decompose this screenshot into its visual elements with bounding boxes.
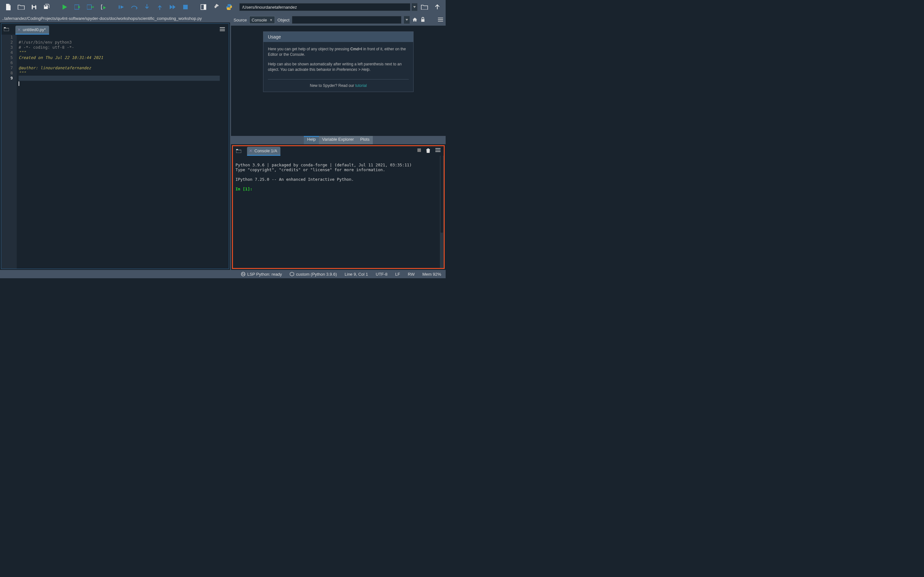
debug-icon[interactable] <box>115 1 127 13</box>
open-file-icon[interactable] <box>15 1 27 13</box>
console-close-tab-icon[interactable]: ✕ <box>249 148 252 153</box>
home-icon[interactable] <box>412 17 417 23</box>
svg-rect-2 <box>45 5 47 6</box>
editor-tab-label: untitled0.py* <box>23 27 46 32</box>
source-label: Source <box>234 18 247 23</box>
console-stop-icon[interactable] <box>417 148 421 154</box>
tutorial-link[interactable]: tutorial <box>355 83 367 88</box>
status-bar: LSP Python: ready custom (Python 3.9.6) … <box>0 270 446 278</box>
text-cursor <box>19 81 19 86</box>
console-prompt: In [1]: <box>236 187 252 191</box>
status-eol[interactable]: LF <box>395 272 400 277</box>
ipython-console-pane: ✕ Console 1/A Python 3.9.6 | packaged by… <box>232 145 445 269</box>
browse-dir-icon[interactable] <box>419 1 430 13</box>
debug-step-over-icon[interactable] <box>128 1 140 13</box>
run-icon[interactable] <box>59 1 71 13</box>
editor-body[interactable]: 123456789 #!/usr/bin/env python3 # -*- c… <box>1 35 229 269</box>
parent-dir-icon[interactable] <box>431 1 443 13</box>
svg-rect-3 <box>74 5 79 9</box>
run-cell-advance-icon[interactable] <box>85 1 96 13</box>
object-dropdown[interactable] <box>404 16 410 24</box>
working-dir-dropdown[interactable] <box>412 3 417 11</box>
tab-plots[interactable]: Plots <box>357 136 373 144</box>
help-menu-icon[interactable] <box>438 18 443 23</box>
browse-tabs-icon[interactable] <box>3 25 10 33</box>
editor-menu-icon[interactable] <box>218 25 226 33</box>
save-all-icon[interactable] <box>41 1 53 13</box>
debug-step-out-icon[interactable] <box>154 1 166 13</box>
editor-pane: ✕ untitled0.py* 123456789 #!/usr/bin/env… <box>1 23 229 269</box>
console-scrollbar[interactable] <box>440 156 444 268</box>
close-tab-icon[interactable]: ✕ <box>17 27 21 32</box>
status-cursor-pos[interactable]: Line 9, Col 1 <box>344 272 368 277</box>
editor-tab[interactable]: ✕ untitled0.py* <box>15 26 49 35</box>
svg-rect-10 <box>4 27 6 28</box>
usage-title: Usage <box>263 32 413 42</box>
svg-rect-9 <box>4 28 9 31</box>
tab-variable-explorer[interactable]: Variable Explorer <box>319 136 357 144</box>
status-encoding[interactable]: UTF-8 <box>376 272 388 277</box>
working-dir-input[interactable] <box>239 3 410 11</box>
svg-rect-13 <box>236 149 238 150</box>
svg-rect-12 <box>236 150 241 153</box>
run-cell-icon[interactable] <box>72 1 83 13</box>
svg-rect-14 <box>417 148 421 152</box>
svg-rect-1 <box>33 7 35 9</box>
tab-help[interactable]: Help <box>304 136 319 144</box>
console-browse-tabs-icon[interactable] <box>235 147 242 155</box>
console-tab-label: Console 1/A <box>254 148 277 153</box>
svg-rect-4 <box>87 5 91 9</box>
status-lsp[interactable]: LSP Python: ready <box>241 272 282 277</box>
source-combo[interactable]: Console▼ <box>249 16 275 24</box>
svg-rect-11 <box>421 19 425 22</box>
help-pane: Source Console▼ Object Usage <box>231 14 446 144</box>
svg-rect-0 <box>33 5 35 6</box>
lock-icon[interactable] <box>421 17 425 23</box>
svg-rect-8 <box>204 5 206 10</box>
object-input[interactable] <box>292 16 401 24</box>
object-label: Object <box>278 18 290 23</box>
svg-rect-5 <box>119 5 120 9</box>
debug-continue-icon[interactable] <box>167 1 178 13</box>
debug-stop-icon[interactable] <box>180 1 191 13</box>
main-toolbar <box>0 0 446 14</box>
editor-filepath: ..tafernandez/CodingProjects/qu4nt-softw… <box>0 14 230 23</box>
status-env[interactable]: custom (Python 3.9.6) <box>290 272 337 277</box>
console-menu-icon[interactable] <box>435 148 441 154</box>
run-selection-icon[interactable] <box>97 1 109 13</box>
help-pane-tabs: Help Variable Explorer Plots <box>231 136 446 144</box>
new-file-icon[interactable] <box>3 1 14 13</box>
python-path-icon[interactable] <box>223 1 235 13</box>
status-mem[interactable]: Mem 92% <box>422 272 441 277</box>
debug-step-into-icon[interactable] <box>141 1 153 13</box>
line-gutter: 123456789 <box>1 35 17 269</box>
save-icon[interactable] <box>28 1 40 13</box>
console-output[interactable]: Python 3.9.6 | packaged by conda-forge |… <box>233 156 444 268</box>
usage-card: Usage Here you can get help of any objec… <box>263 31 414 92</box>
status-rw[interactable]: RW <box>408 272 415 277</box>
svg-rect-6 <box>183 5 188 9</box>
maximize-pane-icon[interactable] <box>198 1 209 13</box>
console-remove-icon[interactable] <box>426 148 430 154</box>
preferences-icon[interactable] <box>210 1 222 13</box>
console-tab[interactable]: ✕ Console 1/A <box>247 147 280 156</box>
